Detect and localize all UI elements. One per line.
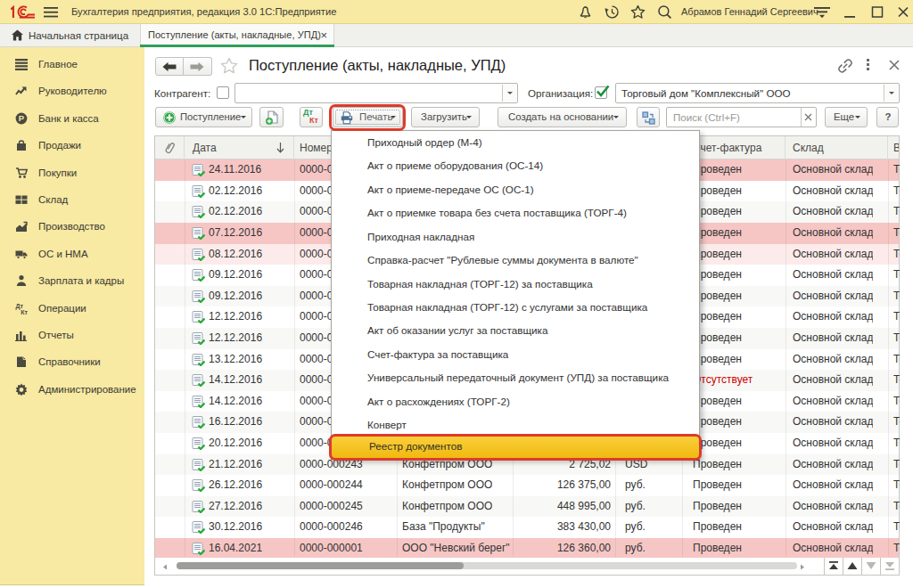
svg-text:P: P — [19, 113, 25, 123]
svg-text:Кт: Кт — [21, 309, 28, 314]
